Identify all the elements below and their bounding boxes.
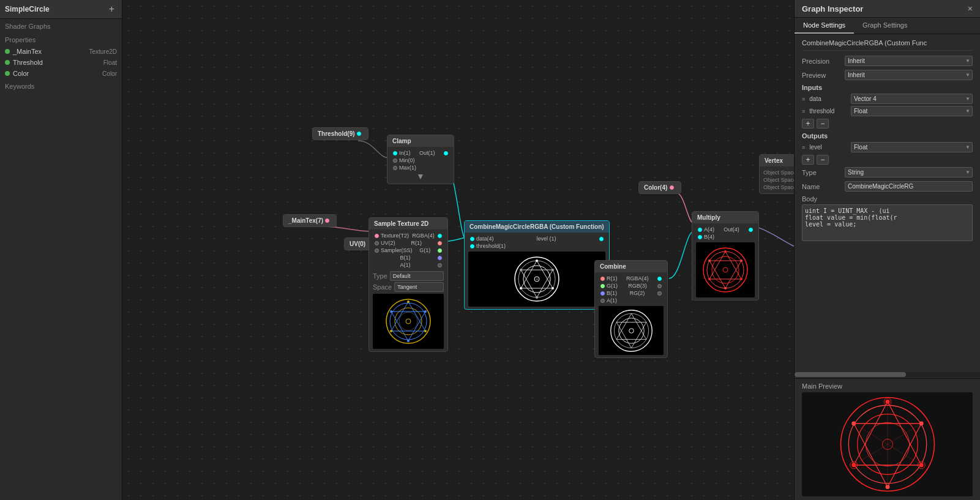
remove-output-button[interactable]: − [817,155,829,165]
type-label: Type [802,169,845,176]
inspector-scrollbar-thumb[interactable] [795,372,906,377]
inspector-close-button[interactable]: × [968,4,973,13]
vertex-node[interactable]: Vertex Object Space Position(3) Object S… [759,154,794,194]
keywords-label: Keywords [0,79,122,94]
main-preview-label: Main Preview [802,382,973,390]
color-out-port[interactable] [670,185,674,190]
tab-node-settings[interactable]: Node Settings [795,18,854,34]
vertex-label: Vertex [765,157,783,164]
threshold-node[interactable]: Threshold(9) [312,127,368,140]
clamp-max [393,166,397,170]
svg-rect-0 [384,297,433,346]
svg-point-37 [708,278,711,280]
precision-select-wrapper: Inherit Half Single [845,56,973,66]
sample-space-select[interactable]: Tangent [394,282,444,292]
maintex-out-port[interactable] [325,218,329,223]
remove-input-button[interactable]: − [817,119,829,129]
sample-texture-node[interactable]: Sample Texture 2D Texture(T2) RGBA(4) UV… [368,217,448,352]
input-data-type-select[interactable]: Vector 4 Vector 3 Vector 2 Float [851,94,973,104]
multiply-a-in [698,228,702,232]
maintex-node[interactable]: _MainTex(7) [283,214,337,227]
type-row: Type String File [802,167,973,177]
property-maintex[interactable]: _MainTex Texture2D [0,46,122,57]
clamp-node-header: Clamp [387,135,454,147]
clamp-out-port [444,151,448,155]
combine-node[interactable]: Combine R(1) RGBA(4) G(1) RGB(3) B(1) RG… [594,260,668,358]
svg-point-35 [724,250,727,253]
main-canvas[interactable]: Threshold(9) Clamp In(1) Out(1) Min(0) M… [122,0,794,500]
clamp-in-cyan [393,151,397,155]
combine-magic-preview: ✦ [468,252,605,307]
left-panel-header: SimpleCircle + [0,0,122,19]
svg-point-23 [520,287,522,289]
sample-texture-label: Sample Texture 2D [374,220,428,227]
clamp-node[interactable]: Clamp In(1) Out(1) Min(0) Max(1) ▼ [387,135,454,184]
tex-in [375,234,379,238]
combine-magic-node[interactable]: CombineMagicCircleRGBA (Custom Function)… [464,220,610,310]
precision-select[interactable]: Inherit Half Single [845,56,973,66]
svg-point-24 [536,296,538,299]
svg-point-25 [552,269,554,271]
svg-point-39 [740,259,742,262]
multiply-node[interactable]: Multiply A(4) Out(4) B(4) [692,211,759,300]
threshold-out-port[interactable] [357,132,361,136]
preview-select[interactable]: Inherit On Off [845,70,973,80]
sample-texture-preview [373,294,444,349]
threshold-name: Threshold [13,59,43,66]
svg-point-21 [536,259,538,262]
left-panel: SimpleCircle + Shader Graphs Properties … [0,0,122,500]
color-node-header: Color(4) [639,182,681,193]
inspector-scrollbar-track[interactable] [795,372,980,377]
color-node-label: Color(4) [644,184,667,191]
tab-graph-settings[interactable]: Graph Settings [854,18,916,34]
clamp-min [393,159,397,163]
uv-node-label: UV(0) [350,241,365,247]
input-threshold-row: ≡ threshold Float Vector 2 Vector 3 Vect… [802,106,973,116]
name-row: Name [802,181,973,192]
color-node[interactable]: Color(4) [638,181,681,194]
sample-type-select[interactable]: Default [390,271,444,281]
shader-graphs-label: Shader Graphs [0,19,122,32]
output-level-type-select[interactable]: Float Vector 2 Vector 3 Vector 4 [851,142,973,152]
vertex-header: Vertex [760,155,794,166]
svg-text:✦: ✦ [536,277,538,281]
maintex-type: Texture2D [89,48,117,55]
threshold-type: Float [103,59,117,66]
output-level-label: ≡ level [802,144,851,151]
combine-magic-preview-svg: ✦ [512,255,561,304]
svg-point-10 [407,340,410,342]
svg-point-36 [740,278,742,280]
clamp-expand[interactable]: ▼ [391,171,450,181]
threshold-node-header: Threshold(9) [313,128,368,140]
precision-row: Precision Inherit Half Single [802,56,973,66]
multiply-body: A(4) Out(4) B(4) [692,223,758,300]
outputs-label: Outputs [802,132,828,140]
preview-label: Preview [802,72,845,79]
input-threshold-type-select[interactable]: Float Vector 2 Vector 3 Vector 4 [851,106,973,116]
name-input[interactable] [845,181,973,192]
add-input-button[interactable]: + [802,119,814,129]
type-select[interactable]: String File [845,167,973,177]
add-output-button[interactable]: + [802,155,814,165]
multiply-b-in [698,235,702,239]
sample-texture-body: Texture(T2) RGBA(4) UV(2) R(1) Sampler(S… [369,229,447,351]
sample-texture-header: Sample Texture 2D [369,218,447,229]
property-threshold[interactable]: Threshold Float [0,57,122,68]
body-textarea[interactable]: uint I = UINT_MAX - (ui float value = mi… [802,204,973,241]
level-eq-icon: ≡ [802,144,805,151]
color-name: Color [13,70,29,77]
uv-in [375,241,379,245]
combine-preview [599,306,664,355]
vertex-body: Object Space Position(3) Object Space No… [760,166,794,193]
multiply-preview [696,242,755,297]
add-shader-button[interactable]: + [107,4,117,15]
input-data-row: ≡ data Vector 4 Vector 3 Vector 2 Float [802,94,973,104]
maintex-node-header: _MainTex(7) [283,215,336,226]
svg-point-26 [520,269,522,271]
data-eq-icon: ≡ [802,96,805,102]
property-color[interactable]: Color Color [0,68,122,79]
output-level-type-wrapper: Float Vector 2 Vector 3 Vector 4 [851,142,973,152]
type-select-wrapper: String File [845,167,973,177]
name-label: Name [802,183,845,190]
data-in-port [470,237,474,241]
